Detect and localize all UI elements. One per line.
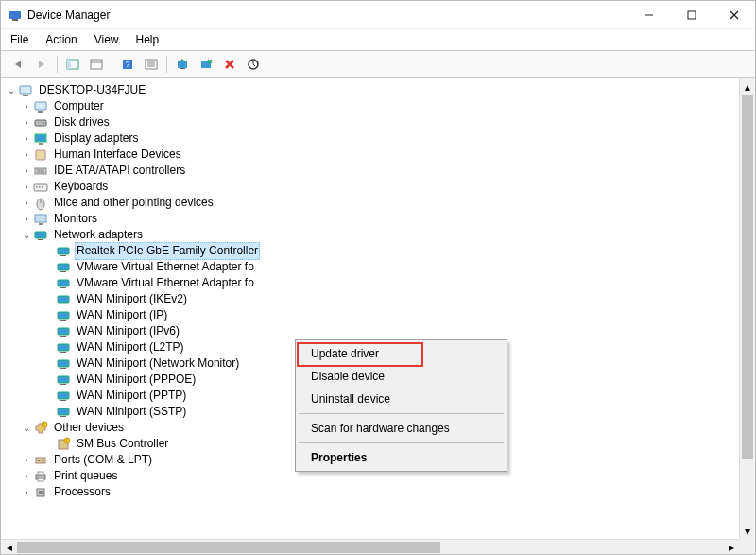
- device-node[interactable]: Realtek PCIe GbE Family Controller: [5, 243, 753, 259]
- svg-rect-51: [60, 320, 66, 321]
- scroll-thumb[interactable]: [742, 95, 753, 459]
- category-node[interactable]: ›Disk drives: [5, 114, 753, 130]
- device-tree[interactable]: ⌄DESKTOP-U34FJUE›Computer›Disk drives›Di…: [1, 78, 755, 555]
- scroll-track[interactable]: [740, 95, 755, 523]
- context-uninstall-device[interactable]: Uninstall device: [298, 388, 505, 410]
- svg-rect-27: [39, 143, 43, 145]
- svg-rect-76: [39, 491, 43, 494]
- expand-arrow[interactable]: ⌄: [20, 420, 33, 436]
- scroll-down-button[interactable]: ▾: [740, 523, 755, 539]
- svg-rect-0: [9, 11, 21, 19]
- other-icon: !: [33, 421, 48, 436]
- vertical-scrollbar[interactable]: ▴ ▾: [739, 78, 755, 539]
- expand-arrow[interactable]: ›: [20, 468, 33, 484]
- update-driver-button[interactable]: [171, 54, 194, 75]
- expand-arrow[interactable]: ⌄: [20, 227, 33, 243]
- menu-view[interactable]: View: [93, 31, 121, 48]
- svg-rect-46: [58, 280, 69, 286]
- expand-arrow[interactable]: ⌄: [5, 82, 18, 98]
- minimize-button[interactable]: [627, 1, 670, 29]
- svg-rect-38: [35, 215, 46, 222]
- menu-action[interactable]: Action: [43, 31, 78, 48]
- expand-arrow[interactable]: ›: [20, 114, 33, 130]
- svg-rect-24: [35, 120, 46, 126]
- expand-arrow[interactable]: ›: [20, 163, 33, 179]
- back-button[interactable]: [7, 54, 29, 75]
- category-node[interactable]: ›Computer: [5, 98, 753, 114]
- expand-arrow[interactable]: ›: [20, 98, 33, 114]
- svg-rect-56: [58, 360, 69, 367]
- context-disable-device[interactable]: Disable device: [298, 365, 505, 388]
- tree-label: VMware Virtual Ethernet Adapter fo: [75, 259, 256, 275]
- disable-device-button[interactable]: [195, 54, 217, 75]
- tree-label: WAN Miniport (PPTP): [75, 388, 188, 404]
- expand-arrow[interactable]: ›: [20, 147, 33, 163]
- expand-arrow[interactable]: ›: [20, 211, 33, 227]
- device-node[interactable]: WAN Miniport (IKEv2): [5, 291, 753, 307]
- svg-rect-52: [58, 328, 69, 335]
- category-node[interactable]: ›IDE ATA/ATAPI controllers: [5, 163, 753, 179]
- category-network[interactable]: ⌄Network adapters: [5, 227, 753, 243]
- category-node[interactable]: ›Keyboards: [5, 179, 753, 195]
- scroll-track[interactable]: [17, 540, 723, 555]
- net-icon: [33, 228, 48, 243]
- svg-rect-43: [60, 255, 66, 256]
- category-node[interactable]: ›Processors: [5, 484, 753, 500]
- svg-rect-69: [36, 458, 45, 463]
- tree-label: Keyboards: [52, 179, 110, 195]
- app-icon: [9, 9, 22, 22]
- horizontal-scrollbar[interactable]: ◂ ▸: [1, 539, 739, 555]
- context-menu: Update driver Disable device Uninstall d…: [295, 339, 507, 472]
- expand-arrow[interactable]: ›: [20, 484, 33, 500]
- tree-label: Print queues: [52, 468, 119, 484]
- context-separator: [299, 413, 504, 414]
- svg-text:!: !: [66, 438, 67, 443]
- device-node[interactable]: VMware Virtual Ethernet Adapter fo: [5, 275, 753, 291]
- expand-arrow[interactable]: ›: [20, 195, 33, 211]
- device-node[interactable]: VMware Virtual Ethernet Adapter fo: [5, 259, 753, 275]
- net-icon: [56, 292, 71, 307]
- tree-label: WAN Miniport (PPPOE): [75, 372, 198, 388]
- expand-arrow[interactable]: ›: [20, 452, 33, 468]
- context-properties[interactable]: Properties: [298, 446, 505, 469]
- menu-help[interactable]: Help: [134, 31, 162, 48]
- help-button[interactable]: ?: [116, 54, 139, 75]
- category-node[interactable]: ›Monitors: [5, 211, 753, 227]
- net-icon: [56, 324, 71, 339]
- toolbar-separator: [57, 56, 58, 73]
- category-node[interactable]: ›Mice and other pointing devices: [5, 195, 753, 211]
- net-icon: [56, 244, 71, 259]
- maximize-button[interactable]: [670, 1, 713, 29]
- expand-arrow[interactable]: ›: [20, 130, 33, 147]
- scroll-up-button[interactable]: ▴: [740, 78, 755, 95]
- scroll-thumb[interactable]: [17, 542, 440, 553]
- svg-rect-41: [38, 239, 43, 240]
- menu-file[interactable]: File: [9, 31, 30, 48]
- category-node[interactable]: ›Human Interface Devices: [5, 147, 753, 163]
- category-node[interactable]: ›Display adapters: [5, 130, 753, 147]
- hid-icon: [33, 147, 48, 163]
- scan-hardware-button[interactable]: [242, 54, 265, 75]
- svg-rect-8: [91, 60, 102, 69]
- device-node[interactable]: WAN Miniport (IP): [5, 307, 753, 323]
- forward-button[interactable]: [30, 54, 53, 75]
- context-scan-hardware[interactable]: Scan for hardware changes: [298, 417, 505, 440]
- show-hide-tree-button[interactable]: [61, 54, 84, 75]
- view-button[interactable]: [85, 54, 108, 75]
- close-button[interactable]: [713, 1, 755, 29]
- context-update-driver[interactable]: Update driver: [298, 342, 505, 365]
- scroll-left-button[interactable]: ◂: [1, 540, 17, 555]
- tree-label: Processors: [52, 484, 112, 500]
- sm-icon: !: [56, 437, 71, 452]
- svg-rect-40: [35, 232, 46, 238]
- device-node[interactable]: WAN Miniport (IPv6): [5, 323, 753, 339]
- keyboard-icon: [33, 180, 48, 195]
- uninstall-device-button[interactable]: [218, 54, 241, 75]
- properties-button[interactable]: [140, 54, 163, 75]
- root-node[interactable]: ⌄DESKTOP-U34FJUE: [5, 82, 753, 98]
- expand-arrow[interactable]: ›: [20, 179, 33, 195]
- scroll-right-button[interactable]: ▸: [723, 540, 739, 555]
- tree-label: WAN Miniport (IP): [75, 307, 169, 323]
- tree-label: Other devices: [52, 420, 126, 436]
- net-icon: [56, 340, 71, 356]
